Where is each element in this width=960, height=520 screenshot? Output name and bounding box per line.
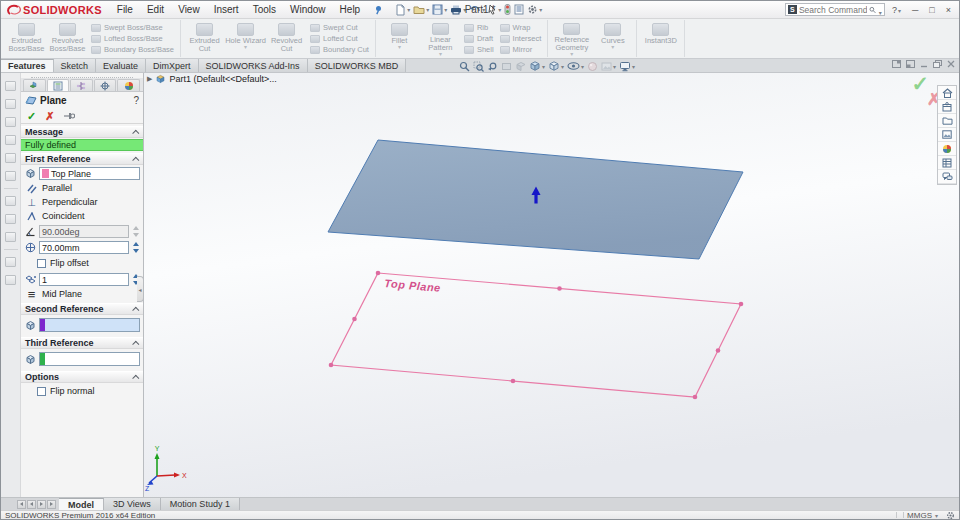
print-button[interactable] [449,2,467,18]
intersect-button[interactable]: Intersect [500,34,542,44]
tab-configuration-manager[interactable] [70,79,93,91]
mid-plane-option[interactable]: ≡ Mid Plane [21,287,143,301]
offset-distance-input[interactable]: 70.00mm [39,241,129,254]
edit-appearance-button[interactable] [587,61,598,72]
menu-insert[interactable]: Insert [207,1,246,18]
viewport-canvas[interactable]: Top Plane Y X Z [144,73,959,499]
doc-close-icon[interactable] [947,60,955,68]
tab-dimxpert-manager[interactable] [94,79,117,91]
mirror-button[interactable]: Mirror [500,45,542,55]
tab-solidworks-mbd[interactable]: SOLIDWORKS MBD [308,59,407,72]
fillet-caret[interactable]: ▾ [398,45,401,50]
appearances-scenes-tab[interactable] [938,142,956,156]
lofted-cut-button[interactable]: Lofted Cut [310,34,369,44]
tab-3d-views[interactable]: 3D Views [104,498,161,510]
view-orientation-button[interactable] [529,60,545,72]
tab-sketch[interactable]: Sketch [54,59,97,72]
menu-window[interactable]: Window [283,1,333,18]
new-document-button[interactable] [394,2,411,18]
revolved-boss-base-button[interactable]: Revolved Boss/Base [47,20,88,57]
offset-spinner[interactable] [131,241,140,254]
minimize-button[interactable]: ─ [908,5,922,15]
ok-button[interactable]: ✓ [27,111,36,122]
zoom-to-fit-button[interactable] [459,61,470,72]
pin-menu-icon[interactable] [373,5,382,15]
first-reference-selection-box[interactable]: Top Plane [39,167,140,180]
options-button[interactable] [526,2,543,18]
view-right-icon[interactable] [5,135,16,145]
solidworks-resources-tab[interactable] [938,86,956,100]
hide-show-items-button[interactable] [567,61,584,71]
doc-window-icon-b[interactable] [906,60,915,68]
select-button[interactable] [487,2,502,18]
flip-normal-option[interactable]: Flip normal [21,385,143,397]
help-button[interactable]: ? [888,5,905,15]
second-reference-selection-box[interactable] [39,318,140,332]
section-first-reference[interactable]: First Reference [21,153,143,165]
view-back-icon[interactable] [5,99,16,109]
perpendicular-option[interactable]: ⊥ Perpendicular [21,195,143,209]
previous-view-button[interactable] [487,61,498,72]
tab-features[interactable]: Features [1,59,54,72]
view-left-icon[interactable] [5,117,16,127]
section-view-button[interactable] [501,61,512,72]
search-scope-caret[interactable] [878,1,882,19]
coincident-option[interactable]: Coincident [21,209,143,223]
curves-button[interactable]: Curves▾ [592,20,633,57]
section-third-reference[interactable]: Third Reference [21,337,143,349]
flyout-feature-tree[interactable]: ▶ Part1 (Default<<Default>... [147,74,277,84]
hole-wizard-button[interactable]: Hole Wizard▾ [225,20,266,57]
tab-evaluate[interactable]: Evaluate [96,59,146,72]
tab-motion-study[interactable]: Motion Study 1 [161,498,240,510]
menu-file[interactable]: File [110,1,140,18]
graphics-viewport[interactable]: Top Plane Y X Z ▶ Part1 (Default<<Defaul… [144,73,959,497]
view-multiple-icon[interactable] [5,275,16,285]
swept-cut-button[interactable]: Swept Cut [310,23,369,33]
menu-help[interactable]: Help [333,1,368,18]
view-trimetric-icon[interactable] [5,232,16,242]
reference-geometry-caret[interactable]: ▾ [570,52,573,57]
third-reference-selection-box[interactable] [39,352,140,366]
scroll-last-button[interactable] [47,500,56,509]
view-palette-tab[interactable] [938,128,956,142]
instant3d-button[interactable]: Instant3D [640,20,681,57]
rebuild-button[interactable] [503,2,512,18]
restore-button[interactable]: □ [925,5,938,15]
linear-pattern-caret[interactable]: ▾ [439,52,442,57]
section-message[interactable]: Message [21,126,143,138]
revolved-cut-button[interactable]: Revolved Cut [266,20,307,57]
apply-scene-button[interactable] [601,61,616,72]
section-options[interactable]: Options [21,371,143,383]
open-button[interactable] [412,2,430,18]
angle-spinner[interactable] [131,225,140,238]
hole-wizard-caret[interactable]: ▾ [244,45,247,50]
search-icon[interactable] [869,5,876,15]
view-front-icon[interactable] [5,81,16,91]
doc-window-icon-a[interactable] [892,60,901,68]
rib-button[interactable]: Rib [464,23,494,33]
file-explorer-tab[interactable] [938,114,956,128]
status-options-gear-icon[interactable] [946,511,955,520]
3d-drawing-view-button[interactable] [515,61,526,72]
display-style-button[interactable] [548,60,564,72]
extruded-cut-button[interactable]: Extruded Cut [184,20,225,57]
wrap-button[interactable]: Wrap [500,23,542,33]
tab-model[interactable]: Model [59,498,104,510]
angle-input[interactable]: 90.00deg [39,225,129,238]
tab-property-manager[interactable] [47,79,70,91]
feature-tree-root[interactable]: Part1 (Default<<Default>... [169,74,276,84]
draft-button[interactable]: Draft [464,34,494,44]
search-commands-box[interactable]: S [785,3,885,16]
tab-display-manager[interactable] [117,79,140,91]
view-single-icon[interactable] [5,257,16,267]
boundary-boss-base-button[interactable]: Boundary Boss/Base [91,45,174,55]
linear-pattern-button[interactable]: Linear Pattern▾ [420,20,461,57]
scroll-next-button[interactable] [37,500,46,509]
boundary-cut-button[interactable]: Boundary Cut [310,45,369,55]
tab-feature-manager[interactable] [23,79,46,91]
view-dimetric-icon[interactable] [5,214,16,224]
design-library-tab[interactable] [938,100,956,114]
view-isometric-icon[interactable] [5,171,16,181]
lofted-boss-base-button[interactable]: Lofted Boss/Base [91,34,174,44]
flip-offset-checkbox[interactable] [37,259,46,268]
